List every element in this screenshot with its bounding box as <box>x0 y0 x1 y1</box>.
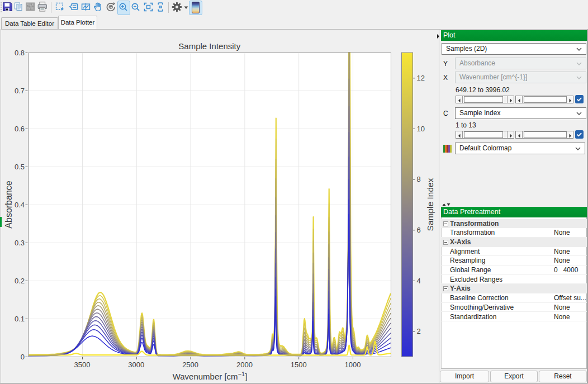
svg-text:1500: 1500 <box>291 361 307 369</box>
svg-text:0.3: 0.3 <box>15 239 25 247</box>
svg-text:Sample Index: Sample Index <box>425 178 435 231</box>
svg-text:6: 6 <box>417 226 421 234</box>
svg-text:0.1: 0.1 <box>15 315 25 323</box>
svg-text:Absorbance: Absorbance <box>4 181 13 228</box>
svg-text:0: 0 <box>21 353 25 361</box>
svg-text:2500: 2500 <box>182 361 198 369</box>
svg-text:10: 10 <box>417 125 425 133</box>
svg-text:12: 12 <box>417 74 425 82</box>
svg-text:8: 8 <box>417 175 421 183</box>
svg-text:1000: 1000 <box>345 361 361 369</box>
svg-text:3000: 3000 <box>128 361 144 369</box>
svg-text:0.5: 0.5 <box>15 163 25 171</box>
svg-text:Sample Intensity: Sample Intensity <box>178 41 240 51</box>
svg-text:0.6: 0.6 <box>15 125 25 133</box>
svg-text:2000: 2000 <box>236 361 253 369</box>
svg-text:0.2: 0.2 <box>15 277 25 285</box>
svg-text:Wavenumber [cm−1]: Wavenumber [cm−1] <box>173 371 248 381</box>
svg-text:0.7: 0.7 <box>15 87 25 95</box>
svg-text:0.4: 0.4 <box>15 201 25 209</box>
svg-text:2: 2 <box>417 327 421 335</box>
svg-text:4: 4 <box>417 277 421 285</box>
svg-text:3500: 3500 <box>74 361 91 369</box>
svg-text:0.8: 0.8 <box>15 49 25 57</box>
